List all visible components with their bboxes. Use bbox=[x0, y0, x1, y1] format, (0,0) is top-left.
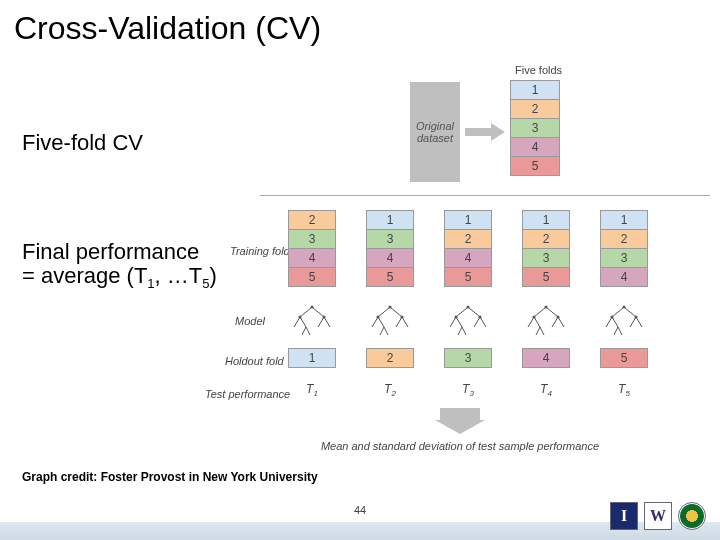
svg-point-41 bbox=[545, 306, 548, 309]
svg-point-8 bbox=[311, 306, 314, 309]
train-cell: 2 bbox=[444, 229, 492, 249]
svg-line-36 bbox=[534, 317, 540, 327]
tree-icon bbox=[522, 305, 570, 335]
training-columns: 23451345124512351234 bbox=[288, 210, 648, 286]
train-cell: 1 bbox=[444, 210, 492, 230]
holdout-cell: 1 bbox=[288, 348, 336, 368]
tree-icon bbox=[288, 305, 336, 335]
svg-point-53 bbox=[611, 316, 614, 319]
svg-line-16 bbox=[402, 317, 408, 327]
footer-logos: I W bbox=[610, 502, 706, 530]
svg-point-19 bbox=[389, 306, 392, 309]
svg-point-20 bbox=[377, 316, 380, 319]
train-cell: 4 bbox=[366, 248, 414, 268]
seal-logo-icon bbox=[678, 502, 706, 530]
svg-line-3 bbox=[300, 317, 306, 327]
holdout-row: 12345 bbox=[288, 348, 648, 368]
svg-line-12 bbox=[390, 307, 402, 317]
train-column: 1245 bbox=[444, 210, 492, 286]
holdout-cell: 2 bbox=[366, 348, 414, 368]
training-folds-label: Training folds bbox=[230, 245, 295, 257]
divider bbox=[260, 195, 710, 196]
arrow-down-icon bbox=[425, 408, 495, 434]
svg-line-38 bbox=[558, 317, 564, 327]
model-trees bbox=[288, 305, 648, 335]
svg-line-14 bbox=[378, 317, 384, 327]
svg-point-9 bbox=[299, 316, 302, 319]
svg-line-1 bbox=[312, 307, 324, 317]
train-cell: 2 bbox=[522, 229, 570, 249]
svg-line-48 bbox=[630, 317, 636, 327]
svg-line-29 bbox=[462, 327, 466, 335]
left-column: Five-fold CV bbox=[22, 130, 232, 156]
train-cell: 2 bbox=[288, 210, 336, 230]
tree-icon bbox=[600, 305, 648, 335]
svg-point-10 bbox=[323, 316, 326, 319]
svg-line-22 bbox=[456, 307, 468, 317]
mean-sd-label: Mean and standard deviation of test samp… bbox=[320, 440, 600, 452]
perf-line2: = average (T1, …T5) bbox=[22, 264, 217, 292]
perf-line1: Final performance bbox=[22, 240, 217, 264]
subhead-fivefold: Five-fold CV bbox=[22, 130, 232, 156]
arrow-right-icon bbox=[465, 125, 505, 139]
train-cell: 4 bbox=[600, 267, 648, 287]
test-perf-value: T4 bbox=[522, 382, 570, 398]
svg-line-40 bbox=[540, 327, 544, 335]
svg-line-23 bbox=[468, 307, 480, 317]
svg-line-4 bbox=[318, 317, 324, 327]
svg-line-6 bbox=[302, 327, 306, 335]
holdout-cell: 3 bbox=[444, 348, 492, 368]
test-perf-value: T1 bbox=[288, 382, 336, 398]
fold-cell: 1 bbox=[510, 80, 560, 100]
final-performance-text: Final performance = average (T1, …T5) bbox=[22, 240, 217, 292]
train-cell: 3 bbox=[522, 248, 570, 268]
test-perf-value: T2 bbox=[366, 382, 414, 398]
train-cell: 1 bbox=[366, 210, 414, 230]
train-cell: 1 bbox=[600, 210, 648, 230]
svg-line-45 bbox=[624, 307, 636, 317]
slide-title: Cross-Validation (CV) bbox=[0, 0, 720, 53]
svg-line-2 bbox=[294, 317, 300, 327]
svg-line-24 bbox=[450, 317, 456, 327]
train-cell: 4 bbox=[288, 248, 336, 268]
svg-line-7 bbox=[306, 327, 310, 335]
svg-point-21 bbox=[401, 316, 404, 319]
train-cell: 5 bbox=[444, 267, 492, 287]
train-column: 1345 bbox=[366, 210, 414, 286]
train-cell: 1 bbox=[522, 210, 570, 230]
svg-line-33 bbox=[534, 307, 546, 317]
svg-line-28 bbox=[458, 327, 462, 335]
svg-line-46 bbox=[606, 317, 612, 327]
test-performance-row: T1T2T3T4T5 bbox=[288, 382, 648, 398]
svg-point-43 bbox=[557, 316, 560, 319]
holdout-cell: 5 bbox=[600, 348, 648, 368]
svg-point-54 bbox=[635, 316, 638, 319]
svg-line-44 bbox=[612, 307, 624, 317]
svg-line-13 bbox=[372, 317, 378, 327]
fold-stack: 12345 bbox=[510, 80, 560, 175]
fold-cell: 3 bbox=[510, 118, 560, 138]
fold-cell: 5 bbox=[510, 156, 560, 176]
train-column: 2345 bbox=[288, 210, 336, 286]
five-folds-label: Five folds bbox=[515, 64, 562, 76]
tree-icon bbox=[444, 305, 492, 335]
svg-line-15 bbox=[396, 317, 402, 327]
svg-line-11 bbox=[378, 307, 390, 317]
svg-line-17 bbox=[380, 327, 384, 335]
model-label: Model bbox=[235, 315, 265, 327]
train-cell: 5 bbox=[366, 267, 414, 287]
train-cell: 3 bbox=[366, 229, 414, 249]
illinois-logo-icon: I bbox=[610, 502, 638, 530]
svg-line-51 bbox=[618, 327, 622, 335]
test-perf-value: T5 bbox=[600, 382, 648, 398]
test-perf-value: T3 bbox=[444, 382, 492, 398]
train-cell: 4 bbox=[444, 248, 492, 268]
fold-cell: 4 bbox=[510, 137, 560, 157]
svg-line-50 bbox=[614, 327, 618, 335]
train-cell: 2 bbox=[600, 229, 648, 249]
original-dataset-box: Original dataset bbox=[410, 82, 460, 182]
svg-line-18 bbox=[384, 327, 388, 335]
svg-point-32 bbox=[479, 316, 482, 319]
train-cell: 3 bbox=[288, 229, 336, 249]
svg-line-5 bbox=[324, 317, 330, 327]
